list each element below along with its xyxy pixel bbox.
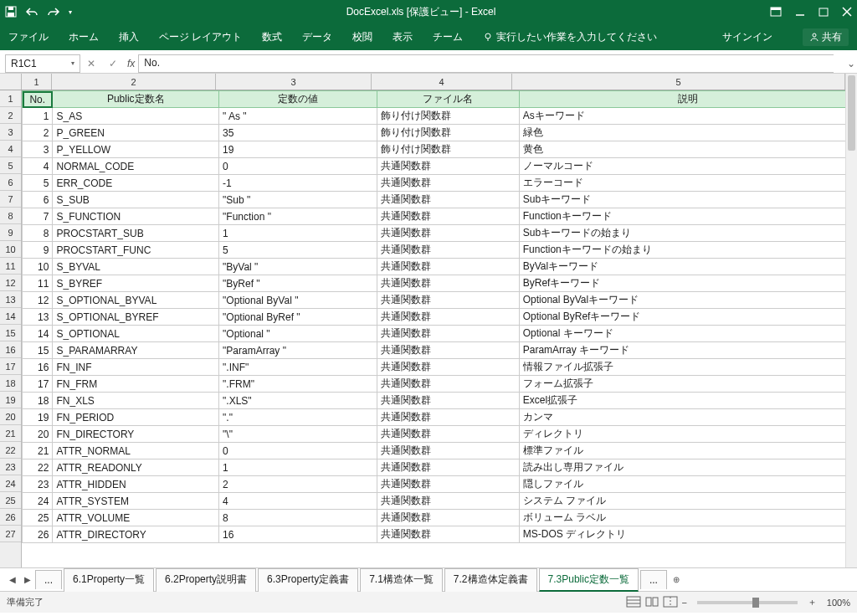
cell[interactable]: 6	[23, 192, 53, 208]
cell[interactable]: 19	[219, 141, 377, 158]
view-normal-icon[interactable]	[626, 596, 641, 609]
formula-expand-icon[interactable]: ⌄	[845, 58, 857, 69]
cell[interactable]: 16	[23, 359, 53, 376]
column-header[interactable]: 1	[22, 74, 52, 90]
cell[interactable]: 4	[23, 158, 53, 175]
cell[interactable]: 22	[23, 459, 53, 476]
row-header[interactable]: 18	[0, 375, 21, 392]
row-header[interactable]: 13	[0, 291, 21, 308]
sheet-tab-more-next[interactable]: ...	[640, 570, 667, 589]
cell[interactable]: S_OPTIONAL_BYVAL	[53, 292, 219, 309]
cancel-formula-icon[interactable]: ✕	[80, 54, 102, 73]
enter-formula-icon[interactable]: ✓	[102, 54, 124, 73]
tab-review[interactable]: 校閲	[352, 30, 372, 44]
cell[interactable]: ATTR_DIRECTORY	[53, 526, 219, 543]
cell[interactable]: Functionキーワードの始まり	[519, 242, 856, 259]
cell[interactable]: 隠しファイル	[519, 476, 856, 493]
cell[interactable]: 飾り付け関数群	[377, 108, 519, 125]
cell[interactable]: FN_INF	[53, 359, 219, 376]
row-header[interactable]: 8	[0, 208, 21, 224]
cell[interactable]: 読み出し専用ファイル	[519, 459, 856, 476]
cell[interactable]: 共通関数群	[377, 359, 519, 376]
cell[interactable]: 飾り付け関数群	[377, 141, 519, 158]
cell[interactable]: P_GREEN	[53, 125, 219, 141]
cell[interactable]: Optional ByRefキーワード	[519, 309, 856, 326]
cell[interactable]: 共通関数群	[377, 476, 519, 493]
column-header[interactable]: 2	[52, 74, 216, 90]
cell[interactable]: "."	[219, 409, 377, 426]
sheet-tab[interactable]: 6.3Property定義書	[258, 568, 358, 592]
cell[interactable]: 共通関数群	[377, 409, 519, 426]
row-header[interactable]: 15	[0, 325, 21, 341]
cell[interactable]: S_FUNCTION	[53, 208, 219, 225]
name-box[interactable]: R1C1 ▾	[5, 54, 80, 73]
cell[interactable]: 共通関数群	[377, 309, 519, 326]
tab-data[interactable]: データ	[302, 30, 332, 44]
chevron-down-icon[interactable]: ▾	[71, 59, 74, 67]
save-icon[interactable]	[5, 6, 17, 18]
cell[interactable]: ByValキーワード	[519, 259, 856, 275]
column-header[interactable]: 3	[216, 74, 372, 90]
signin-link[interactable]: サインイン	[722, 30, 772, 44]
sheet-tab[interactable]: 7.1構造体一覧	[360, 568, 443, 592]
cell[interactable]: Subキーワード	[519, 192, 856, 208]
cell[interactable]: ATTR_SYSTEM	[53, 493, 219, 510]
cell[interactable]: 共通関数群	[377, 526, 519, 543]
cell[interactable]: 共通関数群	[377, 376, 519, 393]
cell[interactable]: S_BYREF	[53, 275, 219, 292]
cell[interactable]: 共通関数群	[377, 459, 519, 476]
cell[interactable]: "Optional ByRef "	[219, 309, 377, 326]
cell[interactable]: 共通関数群	[377, 493, 519, 510]
cell[interactable]: 9	[23, 242, 53, 259]
tab-pagelayout[interactable]: ページ レイアウト	[159, 30, 242, 44]
cell[interactable]: S_OPTIONAL_BYREF	[53, 309, 219, 326]
cell[interactable]: 21	[23, 443, 53, 459]
cell[interactable]: NORMAL_CODE	[53, 158, 219, 175]
table-header-cell[interactable]: 説明	[519, 91, 856, 108]
cell[interactable]: "Sub "	[219, 192, 377, 208]
cell[interactable]: ByRefキーワード	[519, 275, 856, 292]
row-header[interactable]: 9	[0, 224, 21, 241]
row-header[interactable]: 21	[0, 425, 21, 442]
row-header[interactable]: 1	[0, 90, 21, 107]
zoom-in-button[interactable]: ＋	[808, 596, 817, 608]
zoom-slider[interactable]	[697, 601, 798, 604]
cell[interactable]: 0	[219, 158, 377, 175]
row-header[interactable]: 11	[0, 258, 21, 275]
cell[interactable]: 3	[23, 141, 53, 158]
cell[interactable]: 10	[23, 259, 53, 275]
tab-team[interactable]: チーム	[433, 30, 463, 44]
cell[interactable]: 黄色	[519, 141, 856, 158]
cell[interactable]: 2	[219, 476, 377, 493]
share-button[interactable]: 共有	[803, 28, 849, 46]
sheet-nav-next[interactable]: ▶	[20, 575, 35, 584]
row-header[interactable]: 24	[0, 475, 21, 492]
cell[interactable]: FN_PERIOD	[53, 409, 219, 426]
cell[interactable]: ATTR_VOLUME	[53, 510, 219, 526]
tab-view[interactable]: 表示	[393, 30, 413, 44]
redo-icon[interactable]	[47, 6, 60, 18]
cell[interactable]: ParamArray キーワード	[519, 342, 856, 359]
row-header[interactable]: 2	[0, 107, 21, 124]
row-header[interactable]: 5	[0, 157, 21, 174]
sheet-tab[interactable]: 6.1Property一覧	[64, 568, 154, 592]
cell[interactable]: ボリューム ラベル	[519, 510, 856, 526]
cell[interactable]: S_SUB	[53, 192, 219, 208]
cell[interactable]: 5	[23, 175, 53, 192]
cell[interactable]: Optional キーワード	[519, 326, 856, 342]
cell[interactable]: ".FRM"	[219, 376, 377, 393]
table-header-cell[interactable]: No.	[23, 91, 53, 108]
cell[interactable]: フォーム拡張子	[519, 376, 856, 393]
worksheet-grid[interactable]: 1234567891011121314151617181920212223242…	[0, 90, 857, 567]
cell[interactable]: PROCSTART_FUNC	[53, 242, 219, 259]
row-header[interactable]: 22	[0, 442, 21, 459]
cell[interactable]: 35	[219, 125, 377, 141]
cell[interactable]: 2	[23, 125, 53, 141]
vertical-scrollbar[interactable]	[845, 74, 857, 567]
cell[interactable]: 16	[219, 526, 377, 543]
cell[interactable]: 14	[23, 326, 53, 342]
cell[interactable]: 共通関数群	[377, 426, 519, 443]
cell[interactable]: "Optional ByVal "	[219, 292, 377, 309]
view-pagelayout-icon[interactable]	[644, 596, 659, 609]
cell[interactable]: -1	[219, 175, 377, 192]
